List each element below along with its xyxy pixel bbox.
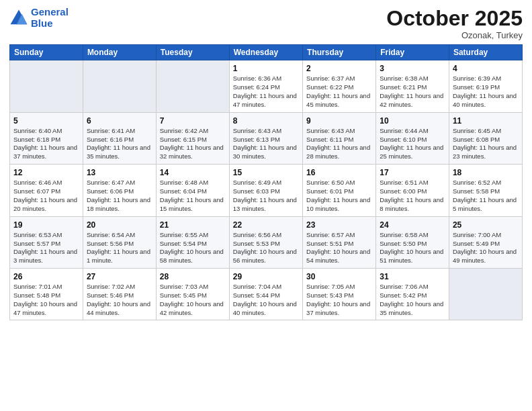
month-title: October 2025 — [386, 7, 523, 30]
calendar-cell — [10, 60, 83, 112]
calendar-cell: 28Sunrise: 7:03 AMSunset: 5:45 PMDayligh… — [156, 268, 229, 320]
location: Ozonak, Turkey — [386, 30, 523, 40]
day-info: Sunrise: 7:00 AMSunset: 5:49 PMDaylight:… — [453, 231, 517, 264]
calendar-cell: 24Sunrise: 6:58 AMSunset: 5:50 PMDayligh… — [376, 216, 449, 268]
day-info: Sunrise: 7:02 AMSunset: 5:46 PMDaylight:… — [87, 283, 150, 316]
calendar-cell: 27Sunrise: 7:02 AMSunset: 5:46 PMDayligh… — [83, 268, 156, 320]
weekday-header-wednesday: Wednesday — [229, 45, 302, 60]
day-number: 14 — [160, 167, 226, 178]
calendar-cell: 25Sunrise: 7:00 AMSunset: 5:49 PMDayligh… — [449, 216, 522, 268]
calendar-week-row: 5Sunrise: 6:40 AMSunset: 6:18 PMDaylight… — [10, 112, 523, 164]
day-number: 31 — [380, 271, 445, 282]
day-number: 3 — [380, 63, 445, 74]
calendar-week-row: 1Sunrise: 6:36 AMSunset: 6:24 PMDaylight… — [10, 60, 523, 112]
day-number: 15 — [233, 167, 299, 178]
day-number: 20 — [87, 220, 152, 230]
day-info: Sunrise: 6:38 AMSunset: 6:21 PMDaylight:… — [380, 75, 443, 107]
calendar-cell: 9Sunrise: 6:43 AMSunset: 6:11 PMDaylight… — [303, 112, 376, 164]
calendar-cell: 19Sunrise: 6:53 AMSunset: 5:57 PMDayligh… — [10, 216, 83, 268]
day-info: Sunrise: 6:56 AMSunset: 5:53 PMDaylight:… — [233, 231, 297, 264]
weekday-header-monday: Monday — [83, 45, 156, 60]
day-number: 2 — [306, 63, 372, 74]
day-info: Sunrise: 6:45 AMSunset: 6:08 PMDaylight:… — [453, 127, 517, 160]
calendar-cell: 17Sunrise: 6:51 AMSunset: 6:00 PMDayligh… — [376, 165, 449, 216]
day-info: Sunrise: 6:37 AMSunset: 6:22 PMDaylight:… — [306, 75, 370, 107]
title-block: October 2025 Ozonak, Turkey — [386, 7, 523, 40]
calendar-cell: 3Sunrise: 6:38 AMSunset: 6:21 PMDaylight… — [376, 60, 449, 112]
day-info: Sunrise: 6:36 AMSunset: 6:24 PMDaylight:… — [233, 75, 297, 107]
calendar-cell: 8Sunrise: 6:43 AMSunset: 6:13 PMDaylight… — [229, 112, 302, 164]
day-info: Sunrise: 6:55 AMSunset: 5:54 PMDaylight:… — [160, 231, 224, 264]
day-info: Sunrise: 6:39 AMSunset: 6:19 PMDaylight:… — [453, 75, 517, 107]
day-number: 9 — [306, 116, 372, 126]
day-number: 5 — [13, 116, 79, 126]
day-number: 7 — [160, 116, 226, 126]
calendar-cell: 30Sunrise: 7:05 AMSunset: 5:43 PMDayligh… — [303, 268, 376, 320]
logo-line2: Blue — [31, 17, 53, 29]
calendar-cell: 5Sunrise: 6:40 AMSunset: 6:18 PMDaylight… — [10, 112, 83, 164]
calendar-week-row: 26Sunrise: 7:01 AMSunset: 5:48 PMDayligh… — [10, 268, 523, 320]
day-number: 25 — [453, 220, 519, 230]
day-info: Sunrise: 7:04 AMSunset: 5:44 PMDaylight:… — [233, 283, 297, 316]
day-info: Sunrise: 6:49 AMSunset: 6:03 PMDaylight:… — [233, 179, 297, 212]
weekday-header-tuesday: Tuesday — [156, 45, 229, 60]
weekday-header-row: SundayMondayTuesdayWednesdayThursdayFrid… — [10, 45, 523, 60]
day-number: 21 — [160, 220, 226, 230]
calendar-cell: 2Sunrise: 6:37 AMSunset: 6:22 PMDaylight… — [303, 60, 376, 112]
weekday-header-thursday: Thursday — [303, 45, 376, 60]
calendar-week-row: 12Sunrise: 6:46 AMSunset: 6:07 PMDayligh… — [10, 165, 523, 216]
day-info: Sunrise: 7:05 AMSunset: 5:43 PMDaylight:… — [306, 283, 370, 316]
page: General Blue October 2025 Ozonak, Turkey… — [0, 0, 532, 411]
day-info: Sunrise: 6:48 AMSunset: 6:04 PMDaylight:… — [160, 179, 224, 212]
day-info: Sunrise: 6:46 AMSunset: 6:07 PMDaylight:… — [13, 179, 77, 212]
calendar: SundayMondayTuesdayWednesdayThursdayFrid… — [9, 44, 523, 320]
day-info: Sunrise: 6:44 AMSunset: 6:10 PMDaylight:… — [380, 127, 443, 160]
day-number: 17 — [380, 167, 445, 178]
calendar-cell: 23Sunrise: 6:57 AMSunset: 5:51 PMDayligh… — [303, 216, 376, 268]
weekday-header-sunday: Sunday — [10, 45, 83, 60]
day-info: Sunrise: 6:51 AMSunset: 6:00 PMDaylight:… — [380, 179, 443, 212]
calendar-cell: 22Sunrise: 6:56 AMSunset: 5:53 PMDayligh… — [229, 216, 302, 268]
day-info: Sunrise: 6:58 AMSunset: 5:50 PMDaylight:… — [380, 231, 443, 264]
logo-line1: General — [31, 6, 69, 17]
day-number: 26 — [13, 271, 79, 282]
logo-text: General Blue — [31, 7, 69, 29]
calendar-cell: 21Sunrise: 6:55 AMSunset: 5:54 PMDayligh… — [156, 216, 229, 268]
day-info: Sunrise: 6:41 AMSunset: 6:16 PMDaylight:… — [87, 127, 150, 160]
calendar-cell: 14Sunrise: 6:48 AMSunset: 6:04 PMDayligh… — [156, 165, 229, 216]
calendar-cell: 12Sunrise: 6:46 AMSunset: 6:07 PMDayligh… — [10, 165, 83, 216]
calendar-cell: 7Sunrise: 6:42 AMSunset: 6:15 PMDaylight… — [156, 112, 229, 164]
day-info: Sunrise: 7:03 AMSunset: 5:45 PMDaylight:… — [160, 283, 224, 316]
day-info: Sunrise: 7:06 AMSunset: 5:42 PMDaylight:… — [380, 283, 443, 316]
day-number: 23 — [306, 220, 372, 230]
calendar-cell: 15Sunrise: 6:49 AMSunset: 6:03 PMDayligh… — [229, 165, 302, 216]
day-number: 19 — [13, 220, 79, 230]
calendar-cell: 10Sunrise: 6:44 AMSunset: 6:10 PMDayligh… — [376, 112, 449, 164]
logo-icon — [9, 9, 28, 28]
calendar-cell: 4Sunrise: 6:39 AMSunset: 6:19 PMDaylight… — [449, 60, 522, 112]
calendar-cell: 1Sunrise: 6:36 AMSunset: 6:24 PMDaylight… — [229, 60, 302, 112]
calendar-cell — [449, 268, 522, 320]
calendar-cell: 16Sunrise: 6:50 AMSunset: 6:01 PMDayligh… — [303, 165, 376, 216]
day-number: 30 — [306, 271, 372, 282]
day-number: 29 — [233, 271, 299, 282]
calendar-cell: 13Sunrise: 6:47 AMSunset: 6:06 PMDayligh… — [83, 165, 156, 216]
day-info: Sunrise: 6:43 AMSunset: 6:11 PMDaylight:… — [306, 127, 370, 160]
day-info: Sunrise: 6:54 AMSunset: 5:56 PMDaylight:… — [87, 231, 150, 264]
day-number: 8 — [233, 116, 299, 126]
day-number: 4 — [453, 63, 519, 74]
day-info: Sunrise: 6:57 AMSunset: 5:51 PMDaylight:… — [306, 231, 370, 264]
day-info: Sunrise: 6:53 AMSunset: 5:57 PMDaylight:… — [13, 231, 77, 264]
calendar-cell: 26Sunrise: 7:01 AMSunset: 5:48 PMDayligh… — [10, 268, 83, 320]
calendar-cell — [156, 60, 229, 112]
day-info: Sunrise: 6:42 AMSunset: 6:15 PMDaylight:… — [160, 127, 224, 160]
header: General Blue October 2025 Ozonak, Turkey — [9, 7, 523, 40]
day-number: 18 — [453, 167, 519, 178]
day-info: Sunrise: 6:52 AMSunset: 5:58 PMDaylight:… — [453, 179, 517, 212]
day-number: 11 — [453, 116, 519, 126]
calendar-cell: 29Sunrise: 7:04 AMSunset: 5:44 PMDayligh… — [229, 268, 302, 320]
day-info: Sunrise: 6:47 AMSunset: 6:06 PMDaylight:… — [87, 179, 150, 212]
day-number: 28 — [160, 271, 226, 282]
day-number: 6 — [87, 116, 152, 126]
weekday-header-friday: Friday — [376, 45, 449, 60]
